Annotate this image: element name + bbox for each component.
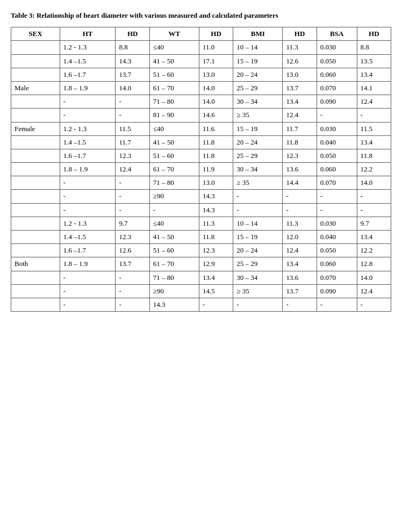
cell-hd2: 13.0 <box>199 176 233 190</box>
cell-bmi: - <box>233 203 283 217</box>
cell-hd3: 13.6 <box>283 163 317 176</box>
cell-hd1: - <box>116 190 149 203</box>
cell-bmi: 20 – 24 <box>233 244 283 257</box>
cell-bmi: 20 – 24 <box>233 68 283 81</box>
table-row: ---14.3---- <box>11 203 391 217</box>
cell-hd1: - <box>116 298 149 311</box>
cell-wt: ≤40 <box>149 122 199 135</box>
cell-bsa: 0.050 <box>317 149 357 162</box>
cell-wt: 61 – 70 <box>149 81 199 95</box>
cell-hd4: 11.8 <box>357 149 391 162</box>
cell-bsa: 0.090 <box>317 95 357 109</box>
cell-wt: 71 – 80 <box>149 271 199 284</box>
cell-hd1: 9.7 <box>116 217 149 230</box>
cell-wt: 51 – 60 <box>149 149 199 162</box>
cell-hd1: 12.3 <box>116 149 149 162</box>
cell-hd2: 13.0 <box>199 68 233 81</box>
cell-hd4: 14.0 <box>357 176 391 190</box>
cell-bmi: 30 – 34 <box>233 95 283 109</box>
cell-hd3: 14.4 <box>283 176 317 190</box>
cell-bsa: 0.030 <box>317 41 357 54</box>
table-row: Female1.2 - 1.311.5≤4011.615 – 1911.70.0… <box>11 122 391 135</box>
cell-ht: 1.6 –1.7 <box>60 244 116 257</box>
cell-hd3: 13.7 <box>283 81 317 95</box>
table-row: 1.6 –1.712.651 – 6012.320 – 2412.40.0501… <box>11 244 391 257</box>
cell-hd2: - <box>199 298 233 311</box>
column-header: BSA <box>317 27 357 41</box>
cell-hd3: 13.4 <box>283 257 317 271</box>
table-row: --≥9014.3---- <box>11 190 391 203</box>
cell-bmi: 15 – 19 <box>233 231 283 244</box>
cell-bsa: - <box>317 190 357 203</box>
cell-hd2: 13.4 <box>199 271 233 284</box>
cell-hd1: 8.8 <box>116 41 149 54</box>
cell-hd3: 13.6 <box>283 271 317 284</box>
cell-bsa: 0.060 <box>317 257 357 271</box>
cell-bmi: - <box>233 190 283 203</box>
cell-hd4: - <box>357 298 391 311</box>
cell-hd2: 14.3 <box>199 203 233 217</box>
cell-hd2: 11.3 <box>199 217 233 230</box>
cell-hd4: 13.5 <box>357 54 391 68</box>
cell-ht: 1.4 –1.5 <box>60 54 116 68</box>
cell-sex <box>11 190 60 203</box>
table-row: 1.6 –1.713.751 – 6013.020 – 2413.00.0601… <box>11 68 391 81</box>
cell-hd2: 14.0 <box>199 81 233 95</box>
cell-bsa: 0.060 <box>317 163 357 176</box>
cell-hd3: 11.3 <box>283 41 317 54</box>
cell-wt: 14.3 <box>149 298 199 311</box>
cell-sex <box>11 109 60 122</box>
cell-bmi: 20 – 24 <box>233 135 283 149</box>
cell-ht: - <box>60 203 116 217</box>
table-row: Both1.8 – 1.913.761 – 7012.925 – 2913.40… <box>11 257 391 271</box>
cell-sex <box>11 203 60 217</box>
cell-sex <box>11 231 60 244</box>
cell-ht: 1.6 –1.7 <box>60 149 116 162</box>
cell-hd3: 13.7 <box>283 284 317 298</box>
cell-sex: Female <box>11 122 60 135</box>
cell-ht: 1.4 –1.5 <box>60 135 116 149</box>
table-row: --71 – 8013.0≥ 3514.40.07014.0 <box>11 176 391 190</box>
cell-bmi: ≥ 35 <box>233 284 283 298</box>
cell-bmi: 30 – 34 <box>233 163 283 176</box>
cell-bsa: 0.030 <box>317 217 357 230</box>
table-caption: Table 3: Relationship of heart diameter … <box>11 11 391 20</box>
cell-hd4: 14.1 <box>357 81 391 95</box>
cell-wt: ≤40 <box>149 41 199 54</box>
cell-hd3: 12.0 <box>283 231 317 244</box>
cell-hd2: 12.3 <box>199 244 233 257</box>
cell-sex <box>11 244 60 257</box>
cell-hd2: 12.9 <box>199 257 233 271</box>
cell-bmi: 25 – 29 <box>233 149 283 162</box>
cell-bsa: 0.040 <box>317 231 357 244</box>
cell-ht: 1.2 - 1.3 <box>60 41 116 54</box>
cell-sex <box>11 54 60 68</box>
cell-hd2: 11.8 <box>199 135 233 149</box>
cell-hd4: 8.8 <box>357 41 391 54</box>
cell-ht: - <box>60 271 116 284</box>
table-row: Male1.8 – 1.914.061 – 7014.025 – 2913.70… <box>11 81 391 95</box>
cell-hd4: 12.4 <box>357 284 391 298</box>
cell-hd2: 14.5 <box>199 284 233 298</box>
cell-hd3: 12.4 <box>283 109 317 122</box>
table-row: 1.4 –1.514.341 – 5017.115 – 1912.60.0501… <box>11 54 391 68</box>
cell-wt: 41 – 50 <box>149 231 199 244</box>
cell-hd4: 9.7 <box>357 217 391 230</box>
cell-hd3: 12.3 <box>283 149 317 162</box>
cell-hd1: - <box>116 109 149 122</box>
cell-hd3: - <box>283 203 317 217</box>
cell-bsa: - <box>317 203 357 217</box>
cell-hd4: 12.2 <box>357 163 391 176</box>
cell-ht: 1.8 – 1.9 <box>60 81 116 95</box>
cell-wt: - <box>149 203 199 217</box>
cell-hd3: 11.8 <box>283 135 317 149</box>
column-header: HD <box>199 27 233 41</box>
cell-ht: - <box>60 284 116 298</box>
cell-sex: Male <box>11 81 60 95</box>
cell-sex <box>11 271 60 284</box>
cell-bmi: 25 – 29 <box>233 81 283 95</box>
cell-hd2: 11.8 <box>199 149 233 162</box>
cell-bsa: 0.040 <box>317 135 357 149</box>
cell-sex <box>11 41 60 54</box>
cell-hd1: 13.7 <box>116 257 149 271</box>
